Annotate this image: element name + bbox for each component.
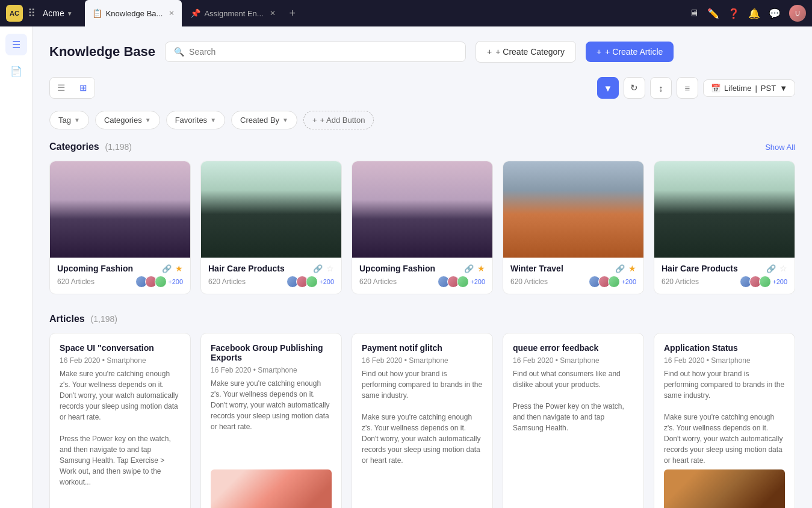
workspace-selector[interactable]: Acme ▼ (43, 8, 73, 18)
filter-button[interactable]: ▼ (597, 77, 619, 99)
app-logo[interactable]: AC (6, 5, 23, 22)
category-card-5-star[interactable]: ☆ (779, 264, 787, 273)
category-card-4-avatars: +200 (589, 276, 636, 288)
app-layout: ☰ 📄 Knowledge Base 🔍 + + Create Category… (0, 26, 812, 508)
sidebar: ☰ 📄 (0, 26, 33, 508)
category-card-3-avatar-count: +200 (470, 278, 485, 285)
category-card-4-articles: 620 Articles (510, 277, 548, 286)
screen-icon[interactable]: 🖥 (689, 8, 699, 19)
help-icon[interactable]: ❓ (728, 8, 740, 19)
article-card-2[interactable]: Facebook Group Publishing Exports 16 Feb… (200, 333, 342, 508)
user-avatar[interactable]: U (789, 5, 806, 22)
apps-grid-icon[interactable]: ⠿ (28, 7, 36, 20)
filter-favorites[interactable]: Favorites ▼ (166, 111, 225, 129)
category-card-5-avatar-count: +200 (772, 278, 787, 285)
category-card-2[interactable]: Hair Care Products 🔗 ☆ 620 Articles +200 (200, 161, 342, 294)
workspace-chevron-icon: ▼ (67, 10, 73, 17)
category-card-3-articles: 620 Articles (359, 277, 397, 286)
category-card-3[interactable]: Upcoming Fashion 🔗 ★ 620 Articles +200 (352, 161, 493, 294)
search-input[interactable] (189, 47, 457, 57)
add-filter-button[interactable]: + + Add Button (303, 111, 374, 129)
notification-icon[interactable]: 🔔 (748, 8, 760, 19)
create-article-label: + Create Article (605, 47, 663, 57)
category-card-4-avatar-count: +200 (621, 278, 636, 285)
tab-ae-close-icon[interactable]: ✕ (270, 9, 276, 17)
category-card-5-link-icon[interactable]: 🔗 (766, 264, 776, 273)
articles-title-group: Articles (1,198) (49, 314, 117, 324)
category-card-3-avatars: +200 (438, 276, 485, 288)
category-card-2-articles: 620 Articles (208, 277, 246, 286)
category-card-4-body: Winter Travel 🔗 ★ 620 Articles +200 (503, 258, 643, 294)
article-2-image (211, 469, 332, 508)
category-card-5-title: Hair Care Products (662, 264, 763, 273)
filter-tag-chevron: ▼ (74, 117, 80, 123)
chat-icon[interactable]: 💬 (769, 8, 781, 19)
category-card-2-body: Hair Care Products 🔗 ☆ 620 Articles +200 (201, 258, 341, 294)
category-card-1-star[interactable]: ★ (175, 264, 183, 273)
filter-favorites-chevron: ▼ (210, 117, 216, 123)
avatar-3 (155, 276, 167, 288)
category-card-4[interactable]: Winter Travel 🔗 ★ 620 Articles +200 (503, 161, 644, 294)
search-icon: 🔍 (174, 47, 184, 57)
category-card-2-avatars: +200 (287, 276, 334, 288)
article-5-title: Application Status (664, 343, 785, 353)
article-card-4[interactable]: queue error feedback 16 Feb 2020 • Smart… (503, 333, 644, 508)
article-card-1[interactable]: Space UI "conversation 16 Feb 2020 • Sma… (49, 333, 191, 508)
search-bar[interactable]: 🔍 (165, 42, 466, 62)
avatar-3 (608, 276, 620, 288)
category-card-2-star[interactable]: ☆ (326, 264, 334, 273)
category-card-5-body: Hair Care Products 🔗 ☆ 620 Articles +200 (654, 258, 795, 294)
category-card-4-star[interactable]: ★ (628, 264, 636, 273)
add-filter-label: + Add Button (320, 116, 365, 125)
filter-created-by[interactable]: Created By ▼ (231, 111, 297, 129)
article-card-3[interactable]: Payment notif glitch 16 Feb 2020 • Smart… (352, 333, 493, 508)
sidebar-item-doc[interactable]: 📄 (5, 60, 27, 82)
workspace-name: Acme (43, 8, 64, 18)
edit-icon[interactable]: ✏️ (707, 8, 719, 19)
group-button[interactable]: ≡ (677, 77, 698, 99)
category-card-2-link-icon[interactable]: 🔗 (313, 264, 323, 273)
categories-title-group: Categories (1,198) (49, 141, 132, 152)
filter-created-by-chevron: ▼ (282, 117, 288, 123)
tab-assignment-engine[interactable]: 📌 Assignment En... ✕ (183, 0, 282, 26)
category-card-5[interactable]: Hair Care Products 🔗 ☆ 620 Articles +200 (654, 161, 795, 294)
avatar-3 (306, 276, 318, 288)
category-card-1-avatars: +200 (135, 276, 183, 288)
list-view-button[interactable]: ☰ (50, 78, 72, 98)
category-card-3-link-icon[interactable]: 🔗 (464, 264, 474, 273)
filters-bar: Tag ▼ Categories ▼ Favorites ▼ Created B… (49, 111, 795, 129)
filter-categories[interactable]: Categories ▼ (95, 111, 160, 129)
tab-kb-close-icon[interactable]: ✕ (169, 9, 175, 17)
add-tab-button[interactable]: + (284, 5, 301, 22)
grid-view-button[interactable]: ⊞ (72, 78, 95, 98)
article-card-5[interactable]: Application Status 16 Feb 2020 • Smartph… (654, 333, 795, 508)
category-card-5-articles: 620 Articles (662, 277, 699, 286)
category-card-3-title: Upcoming Fashion (359, 264, 460, 273)
create-category-icon: + (487, 47, 492, 57)
article-4-title: queue error feedback (513, 343, 634, 353)
categories-grid: Upcoming Fashion 🔗 ★ 620 Articles +200 (49, 161, 795, 294)
category-card-3-star[interactable]: ★ (477, 264, 485, 273)
filter-categories-chevron: ▼ (145, 117, 151, 123)
tab-ae-icon: 📌 (190, 8, 200, 18)
timezone-label: PST (761, 84, 776, 93)
category-card-1-link-icon[interactable]: 🔗 (162, 264, 172, 273)
article-3-title: Payment notif glitch (362, 343, 483, 353)
categories-section-header: Categories (1,198) Show All (49, 141, 795, 152)
create-category-button[interactable]: + + Create Category (476, 41, 576, 63)
tab-knowledge-base[interactable]: 📋 Knowledge Ba... ✕ (85, 0, 182, 26)
refresh-button[interactable]: ↻ (624, 77, 645, 99)
lifetime-selector[interactable]: 📅 Lifetime | PST ▼ (703, 79, 795, 97)
category-card-4-link-icon[interactable]: 🔗 (615, 264, 625, 273)
create-article-button[interactable]: + + Create Article (586, 42, 674, 62)
article-4-meta: 16 Feb 2020 • Smartphone (513, 356, 634, 365)
main-content: Knowledge Base 🔍 + + Create Category + +… (33, 26, 812, 508)
category-card-1-articles: 620 Articles (57, 277, 95, 286)
category-card-3-body: Upcoming Fashion 🔗 ★ 620 Articles +200 (352, 258, 492, 294)
filter-tag[interactable]: Tag ▼ (49, 111, 89, 129)
sort-button[interactable]: ↕ (650, 77, 672, 99)
category-card-1[interactable]: Upcoming Fashion 🔗 ★ 620 Articles +200 (49, 161, 191, 294)
lifetime-chevron-icon: ▼ (779, 84, 787, 93)
show-all-categories-button[interactable]: Show All (765, 143, 795, 152)
sidebar-item-list[interactable]: ☰ (5, 34, 27, 55)
